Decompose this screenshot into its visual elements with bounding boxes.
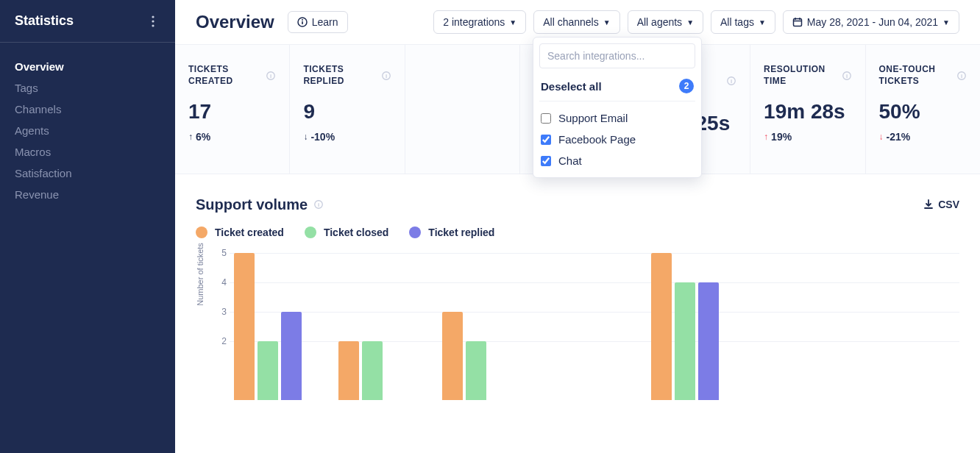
- date-range-filter[interactable]: May 28, 2021 - Jun 04, 2021 ▼: [783, 10, 959, 34]
- bar: [338, 341, 359, 400]
- integration-option-facebook-page[interactable]: Facebook Page: [539, 129, 695, 150]
- info-icon: i: [381, 71, 391, 81]
- chart-area: Number of tickets 2345: [216, 253, 959, 400]
- integration-checkbox[interactable]: [541, 113, 551, 124]
- arrow-up-icon: ↑: [764, 132, 768, 142]
- sidebar: Statistics Overview Tags Channels Agents…: [0, 0, 175, 453]
- learn-button[interactable]: Learn: [288, 11, 348, 33]
- svg-text:i: i: [961, 72, 962, 79]
- caret-down-icon: ▼: [686, 18, 694, 26]
- integration-checkbox[interactable]: [541, 156, 551, 166]
- stat-change: ↓ -10%: [303, 131, 391, 143]
- stat-card: ONE-TOUCH TICKETSi50%↓ -21%: [866, 45, 980, 174]
- page-title: Overview: [196, 12, 274, 32]
- integration-checkbox[interactable]: [541, 135, 551, 145]
- svg-point-2: [152, 24, 154, 26]
- agents-filter-label: All agents: [637, 16, 682, 28]
- svg-point-1: [152, 20, 154, 22]
- chart-header: Support volume i CSV: [196, 196, 959, 213]
- info-circle-icon: [297, 17, 308, 27]
- integration-label: Chat: [558, 154, 582, 167]
- ytick-label: 2: [216, 336, 227, 346]
- sidebar-item-revenue[interactable]: Revenue: [15, 184, 160, 205]
- arrow-down-icon: ↓: [879, 132, 884, 142]
- svg-rect-5: [302, 21, 303, 24]
- info-icon: i: [726, 76, 736, 86]
- integration-label: Facebook Page: [558, 133, 636, 146]
- channels-filter[interactable]: All channels ▼: [533, 10, 619, 34]
- legend-dot-icon: [305, 226, 316, 238]
- stat-value: 19m 28s: [764, 100, 851, 124]
- stat-value: 9: [303, 100, 391, 124]
- sidebar-title: Statistics: [15, 13, 74, 29]
- integrations-filter[interactable]: 2 integrations ▼: [433, 10, 526, 34]
- svg-point-0: [152, 15, 154, 18]
- stat-label: RESOLUTION TIME: [764, 64, 837, 87]
- stat-label: TICKETS REPLIED: [303, 64, 376, 87]
- sidebar-header: Statistics: [0, 0, 175, 43]
- sidebar-item-satisfaction[interactable]: Satisfaction: [15, 163, 160, 184]
- bar: [466, 341, 486, 400]
- caret-down-icon: ▼: [942, 18, 950, 26]
- integration-label: Support Email: [558, 112, 628, 124]
- bars-container: [230, 253, 959, 400]
- legend-item: Ticket created: [196, 226, 284, 238]
- agents-filter[interactable]: All agents ▼: [628, 10, 703, 34]
- legend-dot-icon: [409, 226, 421, 238]
- stat-card: RESOLUTION TIMEi19m 28s↑ 19%: [750, 45, 865, 174]
- bar-group: [438, 253, 542, 400]
- export-csv-button[interactable]: CSV: [923, 199, 959, 210]
- deselect-all-label: Deselect all: [541, 80, 602, 93]
- bar: [651, 253, 672, 400]
- bar: [675, 282, 695, 400]
- stat-card: TICKETS REPLIEDi9↓ -10%: [290, 45, 405, 174]
- stat-card: TICKETS CREATEDi17↑ 6%: [175, 45, 290, 174]
- integrations-search-input[interactable]: [539, 43, 695, 68]
- bar: [258, 341, 278, 400]
- chart-section: Support volume i CSV Ticket created Tick…: [175, 174, 980, 400]
- stat-change: ↑ 19%: [764, 131, 851, 143]
- stat-change-value: 6%: [196, 131, 210, 143]
- svg-text:i: i: [270, 72, 271, 79]
- sidebar-nav: Overview Tags Channels Agents Macros Sat…: [0, 43, 175, 218]
- channels-filter-label: All channels: [543, 16, 599, 28]
- bar: [281, 312, 302, 400]
- info-icon: i: [266, 71, 276, 81]
- bar: [698, 282, 719, 400]
- info-icon: i: [956, 71, 967, 81]
- svg-rect-6: [793, 19, 801, 26]
- legend-dot-icon: [196, 226, 207, 238]
- bar: [442, 312, 463, 400]
- chart-title: Support volume: [196, 196, 308, 213]
- sidebar-item-tags[interactable]: Tags: [15, 77, 160, 99]
- ytick-label: 3: [216, 307, 227, 317]
- tags-filter[interactable]: All tags ▼: [711, 10, 775, 34]
- deselect-all-row[interactable]: Deselect all 2: [539, 74, 695, 101]
- arrow-down-icon: ↓: [303, 132, 308, 142]
- stat-label: TICKETS CREATED: [188, 64, 261, 87]
- legend-label: Ticket replied: [428, 226, 494, 238]
- bar-group: [647, 253, 751, 400]
- sidebar-item-overview[interactable]: Overview: [15, 56, 160, 77]
- bar-group: [751, 253, 856, 400]
- ytick-label: 4: [216, 277, 227, 288]
- sidebar-item-channels[interactable]: Channels: [15, 99, 160, 120]
- info-icon: i: [842, 71, 852, 81]
- stat-change-value: -10%: [310, 131, 335, 143]
- svg-text:i: i: [318, 201, 319, 208]
- integration-option-chat[interactable]: Chat: [539, 150, 695, 171]
- sidebar-item-macros[interactable]: Macros: [15, 141, 160, 163]
- sidebar-item-agents[interactable]: Agents: [15, 120, 160, 141]
- arrow-up-icon: ↑: [188, 132, 193, 142]
- integration-option-support-email[interactable]: Support Email: [539, 107, 695, 129]
- date-range-label: May 28, 2021 - Jun 04, 2021: [807, 16, 938, 28]
- stat-change-value: 19%: [771, 131, 792, 143]
- more-vertical-icon[interactable]: [146, 14, 160, 29]
- ytick-label: 5: [216, 248, 227, 258]
- stat-change-value: -21%: [887, 131, 911, 143]
- legend-item: Ticket replied: [409, 226, 494, 238]
- csv-label: CSV: [938, 199, 959, 210]
- calendar-icon: [792, 17, 803, 27]
- chart-ylabel: Number of tickets: [196, 243, 205, 306]
- chart-legend: Ticket created Ticket closed Ticket repl…: [196, 226, 959, 238]
